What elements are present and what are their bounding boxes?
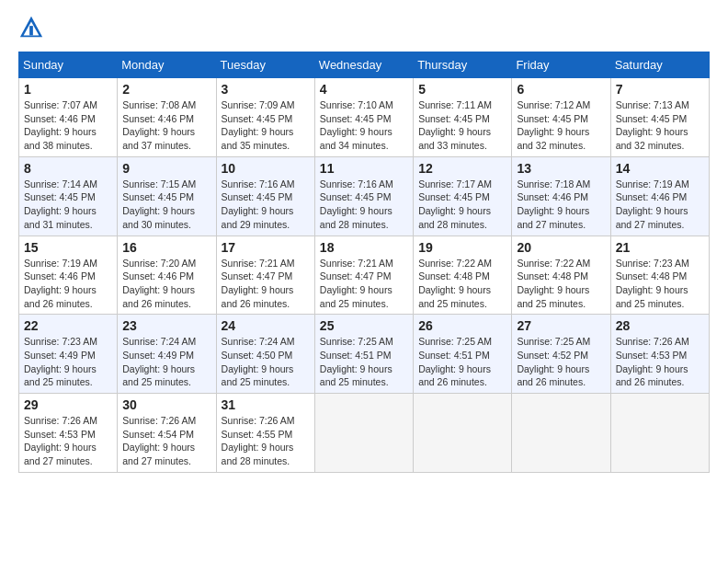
calendar-cell: 19 Sunrise: 7:22 AMSunset: 4:48 PMDaylig…	[414, 236, 512, 315]
day-number: 13	[517, 161, 605, 176]
calendar-cell: 24 Sunrise: 7:24 AMSunset: 4:50 PMDaylig…	[216, 315, 314, 394]
day-info: Sunrise: 7:24 AMSunset: 4:49 PMDaylight:…	[122, 335, 210, 389]
day-number: 31	[222, 397, 310, 412]
day-number: 24	[222, 318, 310, 333]
calendar-cell: 2 Sunrise: 7:08 AMSunset: 4:46 PMDayligh…	[118, 78, 216, 157]
calendar-cell: 3 Sunrise: 7:09 AMSunset: 4:45 PMDayligh…	[216, 78, 314, 157]
day-info: Sunrise: 7:20 AMSunset: 4:46 PMDaylight:…	[122, 257, 210, 311]
day-info: Sunrise: 7:14 AMSunset: 4:45 PMDaylight:…	[24, 178, 112, 232]
day-info: Sunrise: 7:19 AMSunset: 4:46 PMDaylight:…	[616, 178, 704, 232]
day-info: Sunrise: 7:24 AMSunset: 4:50 PMDaylight:…	[222, 335, 310, 389]
calendar-cell: 26 Sunrise: 7:25 AMSunset: 4:51 PMDaylig…	[414, 315, 512, 394]
header-saturday: Saturday	[610, 52, 709, 78]
calendar-cell	[512, 394, 610, 473]
day-number: 21	[616, 240, 704, 255]
day-number: 15	[24, 240, 112, 255]
day-number: 19	[418, 240, 506, 255]
day-info: Sunrise: 7:26 AMSunset: 4:54 PMDaylight:…	[122, 414, 210, 468]
calendar-cell: 5 Sunrise: 7:11 AMSunset: 4:45 PMDayligh…	[414, 78, 512, 157]
calendar-cell: 23 Sunrise: 7:24 AMSunset: 4:49 PMDaylig…	[118, 315, 216, 394]
calendar-cell: 12 Sunrise: 7:17 AMSunset: 4:45 PMDaylig…	[414, 156, 512, 236]
day-number: 7	[616, 82, 704, 97]
day-info: Sunrise: 7:10 AMSunset: 4:45 PMDaylight:…	[320, 98, 408, 153]
day-info: Sunrise: 7:11 AMSunset: 4:45 PMDaylight:…	[418, 98, 506, 153]
day-number: 28	[616, 318, 704, 333]
day-number: 1	[24, 82, 112, 97]
header-wednesday: Wednesday	[314, 52, 413, 78]
day-info: Sunrise: 7:25 AMSunset: 4:51 PMDaylight:…	[418, 335, 506, 389]
calendar-cell: 4 Sunrise: 7:10 AMSunset: 4:45 PMDayligh…	[314, 78, 413, 157]
day-info: Sunrise: 7:09 AMSunset: 4:45 PMDaylight:…	[222, 98, 310, 153]
calendar-header: SundayMondayTuesdayWednesdayThursdayFrid…	[19, 52, 710, 78]
calendar-cell: 10 Sunrise: 7:16 AMSunset: 4:45 PMDaylig…	[216, 156, 314, 236]
day-number: 12	[418, 161, 506, 176]
header-monday: Monday	[118, 52, 216, 78]
week-row-3: 15 Sunrise: 7:19 AMSunset: 4:46 PMDaylig…	[19, 236, 710, 315]
calendar-cell: 28 Sunrise: 7:26 AMSunset: 4:53 PMDaylig…	[610, 315, 709, 394]
day-number: 3	[222, 82, 310, 97]
day-number: 4	[320, 82, 408, 97]
calendar-cell: 7 Sunrise: 7:13 AMSunset: 4:45 PMDayligh…	[610, 78, 709, 157]
day-number: 2	[122, 82, 210, 97]
day-info: Sunrise: 7:23 AMSunset: 4:49 PMDaylight:…	[24, 335, 112, 389]
day-number: 5	[418, 82, 506, 97]
day-info: Sunrise: 7:21 AMSunset: 4:47 PMDaylight:…	[222, 257, 310, 311]
day-info: Sunrise: 7:15 AMSunset: 4:45 PMDaylight:…	[122, 178, 210, 232]
day-number: 30	[122, 397, 210, 412]
day-number: 22	[24, 318, 112, 333]
header-friday: Friday	[512, 52, 610, 78]
day-info: Sunrise: 7:18 AMSunset: 4:46 PMDaylight:…	[517, 178, 605, 232]
calendar-cell	[314, 394, 413, 473]
day-number: 14	[616, 161, 704, 176]
day-number: 9	[122, 161, 210, 176]
day-number: 29	[24, 397, 112, 412]
calendar-cell: 1 Sunrise: 7:07 AMSunset: 4:46 PMDayligh…	[19, 78, 118, 157]
svg-rect-2	[29, 26, 33, 35]
day-info: Sunrise: 7:26 AMSunset: 4:53 PMDaylight:…	[24, 414, 112, 468]
calendar-cell: 17 Sunrise: 7:21 AMSunset: 4:47 PMDaylig…	[216, 236, 314, 315]
calendar-cell: 30 Sunrise: 7:26 AMSunset: 4:54 PMDaylig…	[118, 394, 216, 473]
day-info: Sunrise: 7:23 AMSunset: 4:48 PMDaylight:…	[616, 257, 704, 311]
day-info: Sunrise: 7:21 AMSunset: 4:47 PMDaylight:…	[320, 257, 408, 311]
header-sunday: Sunday	[19, 52, 118, 78]
day-info: Sunrise: 7:25 AMSunset: 4:51 PMDaylight:…	[320, 335, 408, 389]
day-info: Sunrise: 7:08 AMSunset: 4:46 PMDaylight:…	[122, 98, 210, 153]
day-number: 16	[122, 240, 210, 255]
page-header	[18, 15, 710, 40]
calendar-cell: 9 Sunrise: 7:15 AMSunset: 4:45 PMDayligh…	[118, 156, 216, 236]
calendar-cell: 13 Sunrise: 7:18 AMSunset: 4:46 PMDaylig…	[512, 156, 610, 236]
week-row-4: 22 Sunrise: 7:23 AMSunset: 4:49 PMDaylig…	[19, 315, 710, 394]
day-number: 11	[320, 161, 408, 176]
calendar-table: SundayMondayTuesdayWednesdayThursdayFrid…	[18, 52, 710, 473]
day-number: 26	[418, 318, 506, 333]
day-info: Sunrise: 7:16 AMSunset: 4:45 PMDaylight:…	[320, 178, 408, 232]
day-number: 10	[222, 161, 310, 176]
calendar-cell: 21 Sunrise: 7:23 AMSunset: 4:48 PMDaylig…	[610, 236, 709, 315]
calendar-cell: 31 Sunrise: 7:26 AMSunset: 4:55 PMDaylig…	[216, 394, 314, 473]
day-info: Sunrise: 7:26 AMSunset: 4:55 PMDaylight:…	[222, 414, 310, 468]
calendar-cell: 16 Sunrise: 7:20 AMSunset: 4:46 PMDaylig…	[118, 236, 216, 315]
day-info: Sunrise: 7:16 AMSunset: 4:45 PMDaylight:…	[222, 178, 310, 232]
calendar-cell: 8 Sunrise: 7:14 AMSunset: 4:45 PMDayligh…	[19, 156, 118, 236]
day-number: 25	[320, 318, 408, 333]
logo	[18, 15, 48, 40]
day-number: 8	[24, 161, 112, 176]
logo-icon	[18, 15, 44, 40]
calendar-cell: 14 Sunrise: 7:19 AMSunset: 4:46 PMDaylig…	[610, 156, 709, 236]
day-number: 23	[122, 318, 210, 333]
day-info: Sunrise: 7:07 AMSunset: 4:46 PMDaylight:…	[24, 98, 112, 153]
week-row-1: 1 Sunrise: 7:07 AMSunset: 4:46 PMDayligh…	[19, 78, 710, 157]
calendar-cell: 11 Sunrise: 7:16 AMSunset: 4:45 PMDaylig…	[314, 156, 413, 236]
day-info: Sunrise: 7:17 AMSunset: 4:45 PMDaylight:…	[418, 178, 506, 232]
header-row: SundayMondayTuesdayWednesdayThursdayFrid…	[19, 52, 710, 78]
day-info: Sunrise: 7:13 AMSunset: 4:45 PMDaylight:…	[616, 98, 704, 153]
calendar-cell	[610, 394, 709, 473]
calendar-cell: 6 Sunrise: 7:12 AMSunset: 4:45 PMDayligh…	[512, 78, 610, 157]
day-info: Sunrise: 7:26 AMSunset: 4:53 PMDaylight:…	[616, 335, 704, 389]
day-number: 20	[517, 240, 605, 255]
calendar-cell: 20 Sunrise: 7:22 AMSunset: 4:48 PMDaylig…	[512, 236, 610, 315]
day-number: 18	[320, 240, 408, 255]
day-info: Sunrise: 7:22 AMSunset: 4:48 PMDaylight:…	[418, 257, 506, 311]
header-thursday: Thursday	[414, 52, 512, 78]
calendar-cell: 25 Sunrise: 7:25 AMSunset: 4:51 PMDaylig…	[314, 315, 413, 394]
